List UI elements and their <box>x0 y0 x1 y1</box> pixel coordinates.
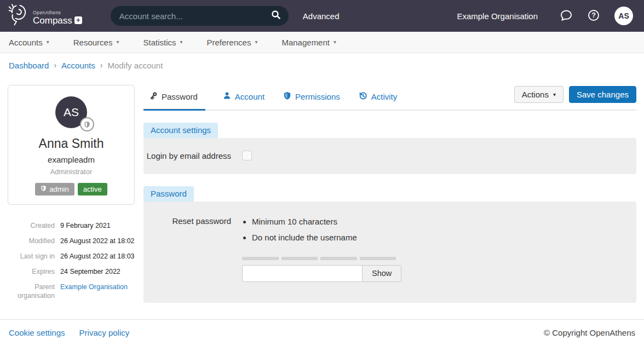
menu-item-preferences[interactable]: Preferences ▾ <box>207 38 258 47</box>
detail-parent-organisation: Parent organisation Example Organisation <box>8 283 135 301</box>
breadcrumb-accounts[interactable]: Accounts <box>61 61 95 70</box>
copyright-text: © Copyright OpenAthens <box>544 328 635 337</box>
search-icon[interactable] <box>271 10 281 22</box>
breadcrumb-current-page: Modify account <box>107 61 163 70</box>
modify-account-main: Password Account Permiss <box>143 77 636 319</box>
brand-openathens-label: OpenAthens <box>33 10 61 15</box>
actions-button[interactable]: Actions ▾ <box>514 86 564 103</box>
account-details-list: Created 9 February 2021 Modified 26 Augu… <box>8 221 135 301</box>
history-clock-icon <box>359 91 367 102</box>
brand-compass-label: Compass <box>33 16 72 25</box>
user-avatar[interactable]: AS <box>614 7 633 25</box>
caret-down-icon: ▾ <box>116 39 119 45</box>
caret-down-icon: ▾ <box>180 39 182 45</box>
tab-permissions[interactable]: Permissions <box>282 86 341 111</box>
profile-card: AS Anna Smith exampleadm Administrator <box>8 85 135 205</box>
profile-username: exampleadm <box>14 155 129 164</box>
account-summary-sidebar: AS Anna Smith exampleadm Administrator <box>8 77 135 319</box>
key-icon <box>149 91 158 102</box>
login-by-email-checkbox[interactable] <box>242 151 252 160</box>
detail-last-sign-in: Last sign in 26 August 2022 at 18:03 <box>8 252 135 261</box>
detail-modified: Modified 26 August 2022 at 18:02 <box>8 237 135 246</box>
top-navbar: OpenAthens Compass + Advanced Example Or… <box>0 0 644 32</box>
profile-avatar-initials: AS <box>64 106 79 119</box>
new-password-input[interactable] <box>242 265 362 282</box>
privacy-policy-link[interactable]: Privacy policy <box>79 328 130 337</box>
speech-bubble-icon <box>560 9 573 24</box>
account-tabs: Password Account Permiss <box>143 86 636 111</box>
strength-segment <box>281 257 318 260</box>
page-footer: Cookie settings Privacy policy © Copyrig… <box>0 319 644 345</box>
organisation-name: Example Organisation <box>457 12 538 21</box>
parent-organisation-link[interactable]: Example Organisation <box>60 283 128 291</box>
password-panel: Password Reset password Minimum 10 chara… <box>143 186 636 303</box>
menu-item-resources[interactable]: Resources ▾ <box>73 38 119 47</box>
question-circle-icon: ? <box>587 9 600 24</box>
strength-segment <box>360 257 396 260</box>
reset-password-label: Reset password <box>143 216 242 282</box>
strength-segment <box>320 257 357 260</box>
active-badge: active <box>78 183 107 196</box>
password-panel-title: Password <box>143 186 194 202</box>
shield-icon <box>41 185 47 193</box>
person-icon <box>223 91 231 101</box>
openathens-owl-icon <box>7 2 30 30</box>
user-avatar-initials: AS <box>618 12 629 20</box>
brand-logo[interactable]: OpenAthens Compass + <box>7 2 82 30</box>
brand-text: OpenAthens Compass + <box>33 7 82 25</box>
tab-account[interactable]: Account <box>222 86 266 110</box>
breadcrumb-dashboard[interactable]: Dashboard <box>9 61 49 70</box>
caret-down-icon: ▾ <box>553 92 556 97</box>
shield-icon <box>283 91 291 102</box>
advanced-search-link[interactable]: Advanced <box>303 12 340 21</box>
plus-box-icon: + <box>74 16 82 24</box>
help-button[interactable]: ? <box>587 9 600 24</box>
chat-button[interactable] <box>560 9 573 24</box>
account-search-input[interactable] <box>119 12 271 21</box>
account-settings-panel: Account settings Login by email address <box>143 123 636 174</box>
password-rule: Minimum 10 characters <box>252 216 636 227</box>
breadcrumb: Dashboard › Accounts › Modify account <box>0 53 644 77</box>
page-toolbar: Actions ▾ Save changes <box>514 86 636 108</box>
admin-badge: admin <box>35 183 74 196</box>
profile-role: Administrator <box>14 168 129 176</box>
account-settings-panel-title: Account settings <box>143 123 218 138</box>
strength-segment <box>242 257 279 260</box>
chevron-right-icon: › <box>100 61 103 70</box>
caret-down-icon: ▾ <box>334 39 336 45</box>
save-changes-button[interactable]: Save changes <box>569 86 636 103</box>
detail-created: Created 9 February 2021 <box>8 221 135 231</box>
menu-item-statistics[interactable]: Statistics ▾ <box>143 38 182 47</box>
password-rule: Do not include the username <box>252 232 636 243</box>
tab-activity[interactable]: Activity <box>358 86 399 111</box>
tab-password[interactable]: Password <box>143 86 205 111</box>
caret-down-icon: ▾ <box>47 39 49 45</box>
chevron-right-icon: › <box>54 61 56 70</box>
account-search-box[interactable] <box>111 6 289 26</box>
svg-text:?: ? <box>591 12 596 19</box>
login-by-email-label: Login by email address <box>143 151 242 161</box>
password-rules-list: Minimum 10 characters Do not include the… <box>242 216 636 243</box>
detail-expires: Expires 24 September 2022 <box>8 267 135 277</box>
caret-down-icon: ▾ <box>255 39 257 45</box>
cookie-settings-link[interactable]: Cookie settings <box>9 328 65 337</box>
menu-item-management[interactable]: Management ▾ <box>281 38 336 47</box>
show-password-button[interactable]: Show <box>362 265 401 282</box>
admin-shield-badge-icon <box>80 117 94 131</box>
password-strength-meter <box>242 257 396 260</box>
menu-item-accounts[interactable]: Accounts ▾ <box>9 38 49 47</box>
main-menu: Accounts ▾ Resources ▾ Statistics ▾ Pref… <box>0 32 644 53</box>
profile-name: Anna Smith <box>14 136 129 151</box>
